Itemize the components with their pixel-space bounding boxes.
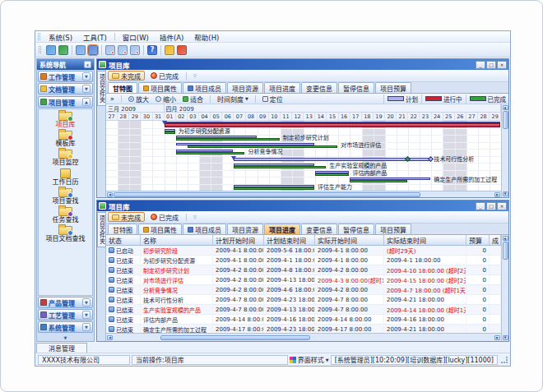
filter-未完成[interactable]: 未完成 — [108, 212, 145, 222]
sidebar-overflow-chevron[interactable]: ▼ — [37, 334, 94, 341]
menu-item-1[interactable]: 工具(T) — [78, 31, 112, 43]
sidebar-group-文档管理[interactable]: 文档管理▼ — [38, 83, 93, 95]
open-folder-icon[interactable] — [76, 45, 86, 55]
fit-button[interactable]: 适合 — [181, 95, 205, 104]
sidebar-group-系统管理[interactable]: 系统管理▼ — [38, 321, 93, 333]
tab-项目预算[interactable]: 项目预算 — [375, 82, 411, 93]
sidebar-group-项目管理[interactable]: 项目管理▲ — [38, 96, 93, 108]
time-scale-dropdown[interactable]: 时间刻度▼ — [216, 95, 250, 104]
sidebar-group-产品管理[interactable]: 产品管理▼ — [38, 297, 93, 308]
table-horizontal-scrollbar[interactable]: ◀ ▶ — [106, 333, 501, 341]
group-chevron-icon[interactable]: ▼ — [82, 85, 90, 93]
menu-item-4[interactable]: 帮助(H) — [189, 31, 224, 43]
group-chevron-icon[interactable]: ▲ — [82, 98, 90, 106]
sidebar-item-项目查找[interactable]: 项目查找 — [53, 187, 79, 205]
scrollbar-thumb[interactable] — [503, 111, 508, 129]
restore-button[interactable]: □ — [486, 61, 496, 69]
report-delete-icon[interactable] — [130, 45, 140, 55]
connect-icon[interactable] — [46, 45, 56, 55]
close-button[interactable]: × — [497, 202, 507, 210]
overflow-chevron-button[interactable]: » — [109, 95, 116, 103]
table-row[interactable]: 已结束生产实验室规模的产品2009-4-7 8:00:002009-4-13 1… — [106, 305, 501, 315]
gantt-actual-bar[interactable] — [176, 138, 280, 141]
group-chevron-icon[interactable]: ▼ — [82, 311, 90, 319]
table-vertical-scrollbar[interactable]: ▲ ▼ — [501, 235, 508, 341]
filter-dropdown-button[interactable]: ▽ — [193, 73, 197, 78]
sidebar-header-button[interactable]: ▾ — [84, 61, 91, 68]
sidebar-item-模板库[interactable]: 模板库 — [56, 130, 76, 148]
tab-甘特图[interactable]: 甘特图 — [108, 82, 137, 93]
scroll-right-arrow[interactable]: ▶ — [494, 192, 500, 197]
gantt-actual-bar[interactable] — [165, 131, 175, 134]
scroll-left-arrow[interactable]: ◀ — [107, 335, 113, 340]
table-row[interactable]: 已结束对市场进行评估2009-4-2 8:00:002009-4-13 18:0… — [106, 275, 501, 285]
scroll-right-arrow[interactable]: ▶ — [494, 335, 500, 340]
sidebar-item-任务查找[interactable]: 任务查找 — [53, 206, 79, 224]
gantt-actual-bar[interactable] — [176, 152, 245, 154]
menu-item-3[interactable]: 插件(A) — [155, 31, 188, 43]
tab-项目资源[interactable]: 项目资源 — [227, 82, 263, 93]
table-row[interactable]: 已结束评估内部产品2009-4-14 8:00:002009-4-16 18:0… — [106, 315, 501, 325]
tab-项目进度[interactable]: 项目进度 — [264, 224, 300, 234]
gantt-actual-bar[interactable] — [350, 180, 407, 182]
minimize-button[interactable]: _ — [476, 61, 485, 69]
column-header-名称[interactable]: 名称 — [141, 235, 213, 245]
help-icon[interactable]: ? — [147, 45, 157, 55]
tab-message-management[interactable]: 消息管理 — [36, 343, 87, 353]
save-icon[interactable] — [88, 45, 98, 55]
gantt-actual-bar[interactable] — [315, 173, 349, 176]
tab-变更信息[interactable]: 变更信息 — [301, 82, 337, 93]
tab-甘特图[interactable]: 甘特图 — [108, 224, 137, 234]
menu-item-2[interactable]: 窗口(W) — [118, 31, 154, 43]
report-edit-icon[interactable] — [118, 45, 128, 55]
scroll-down-arrow[interactable]: ▼ — [503, 335, 508, 340]
scroll-up-arrow[interactable]: ▲ — [503, 105, 508, 110]
close-button[interactable]: × — [497, 61, 507, 69]
project-folder-vertical-tab[interactable]: 项目文件夹 — [97, 212, 106, 247]
table-row[interactable]: 已结束确定生产所需的加工过程2009-4-17 8:00:002009-4-23… — [106, 325, 501, 333]
column-header-实际结束时间[interactable]: 实际结束时间 — [384, 235, 466, 245]
group-chevron-icon[interactable]: ▼ — [82, 298, 90, 307]
column-header-实际开始时间[interactable]: 实际开始时间 — [315, 235, 384, 245]
tab-暂停信息[interactable]: 暂停信息 — [338, 224, 374, 234]
sidebar-group-工艺管理[interactable]: 工艺管理▼ — [38, 309, 93, 321]
scrollbar-thumb[interactable] — [503, 242, 508, 260]
tab-项目资源[interactable]: 项目资源 — [227, 224, 263, 234]
zoom-out-button[interactable]: -缩小 — [154, 95, 178, 104]
scrollbar-thumb[interactable] — [114, 192, 420, 197]
gantt-actual-bar[interactable] — [188, 145, 338, 148]
gantt-actual-bar[interactable] — [234, 166, 326, 168]
gantt-actual-bar[interactable] — [234, 187, 314, 190]
minimize-button[interactable]: _ — [476, 202, 485, 210]
table-row[interactable]: 已结束为初步研究分配资源2009-4-1 8:00:002009-4-1 18:… — [106, 256, 501, 265]
filter-已完成[interactable]: 已完成 — [146, 212, 183, 222]
filter-dropdown-button[interactable]: ▽ — [193, 214, 197, 219]
column-header-计划开始时间[interactable]: 计划开始时间 — [213, 235, 264, 245]
gantt-summary-bar[interactable] — [234, 158, 430, 161]
exit-icon[interactable] — [177, 45, 187, 55]
column-header-状态[interactable]: 状态 — [106, 235, 141, 245]
tab-项目属性[interactable]: 项目属性 — [138, 82, 182, 93]
table-row[interactable]: 已启动初步研究阶段2009-4-1 8:00:002009-5-6 18:00:… — [106, 246, 501, 256]
scrollbar-thumb[interactable] — [160, 335, 310, 340]
tab-项目预算[interactable]: 项目预算 — [375, 224, 411, 234]
restore-button[interactable]: □ — [486, 202, 496, 210]
group-chevron-icon[interactable]: ▼ — [82, 323, 90, 331]
sidebar-item-项目文档查找[interactable]: 项目文档查找 — [46, 225, 86, 243]
scroll-down-arrow[interactable]: ▼ — [503, 191, 508, 196]
tab-暂停信息[interactable]: 暂停信息 — [338, 82, 374, 93]
table-row[interactable]: 已结束分析竞争情况2009-4-2 8:00:002009-4-6 18:00:… — [106, 285, 501, 295]
tab-项目进度[interactable]: 项目进度 — [264, 82, 300, 93]
table-row[interactable]: 已结束技术可行性分析2009-4-7 8:00:002009-4-23 18:0… — [106, 295, 501, 305]
gantt-vertical-scrollbar[interactable]: ▲ ▼ — [501, 104, 508, 197]
project-folder-vertical-tab[interactable]: 项目文件夹 — [97, 71, 106, 106]
sidebar-item-项目库[interactable]: 项目库 — [56, 111, 76, 129]
scroll-left-arrow[interactable]: ◀ — [107, 192, 113, 197]
locate-button[interactable]: 定位 — [261, 95, 285, 104]
scroll-up-arrow[interactable]: ▲ — [503, 236, 508, 241]
zoom-in-button[interactable]: +放大 — [127, 95, 151, 104]
resize-grip[interactable] — [501, 357, 508, 363]
column-header-计划结束时间[interactable]: 计划结束时间 — [264, 235, 315, 245]
report-new-icon[interactable] — [105, 45, 115, 55]
tab-项目成员[interactable]: 项目成员 — [183, 82, 226, 93]
